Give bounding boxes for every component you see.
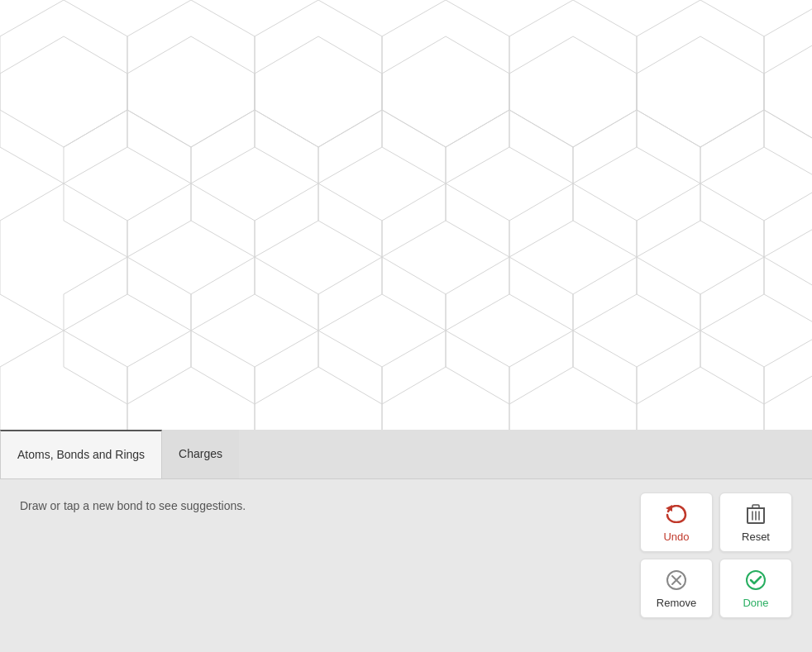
tab-atoms-bonds-rings[interactable]: Atoms, Bonds and Rings bbox=[0, 430, 162, 478]
drawing-canvas[interactable] bbox=[0, 0, 812, 430]
done-label: Done bbox=[743, 597, 768, 609]
trash-icon bbox=[744, 502, 767, 526]
hint-text: Draw or tap a new bond to see suggestion… bbox=[20, 499, 246, 512]
remove-button[interactable]: Remove bbox=[640, 559, 713, 618]
done-icon bbox=[744, 569, 767, 592]
undo-label: Undo bbox=[663, 531, 689, 543]
bottom-panel: Atoms, Bonds and Rings Charges Draw or t… bbox=[0, 430, 812, 652]
content-area: Draw or tap a new bond to see suggestion… bbox=[0, 479, 812, 652]
undo-icon bbox=[665, 502, 688, 526]
done-button[interactable]: Done bbox=[719, 559, 792, 618]
svg-point-52 bbox=[747, 571, 765, 589]
undo-button[interactable]: Undo bbox=[640, 493, 713, 552]
svg-rect-2 bbox=[0, 0, 812, 430]
reset-label: Reset bbox=[742, 531, 770, 543]
hex-grid-background bbox=[0, 0, 812, 430]
tabs-bar: Atoms, Bonds and Rings Charges bbox=[0, 430, 812, 479]
remove-label: Remove bbox=[657, 597, 696, 609]
tab-charges[interactable]: Charges bbox=[162, 430, 239, 478]
action-buttons-group: Undo Reset bbox=[640, 493, 792, 618]
reset-button[interactable]: Reset bbox=[719, 493, 792, 552]
remove-icon bbox=[665, 569, 688, 592]
